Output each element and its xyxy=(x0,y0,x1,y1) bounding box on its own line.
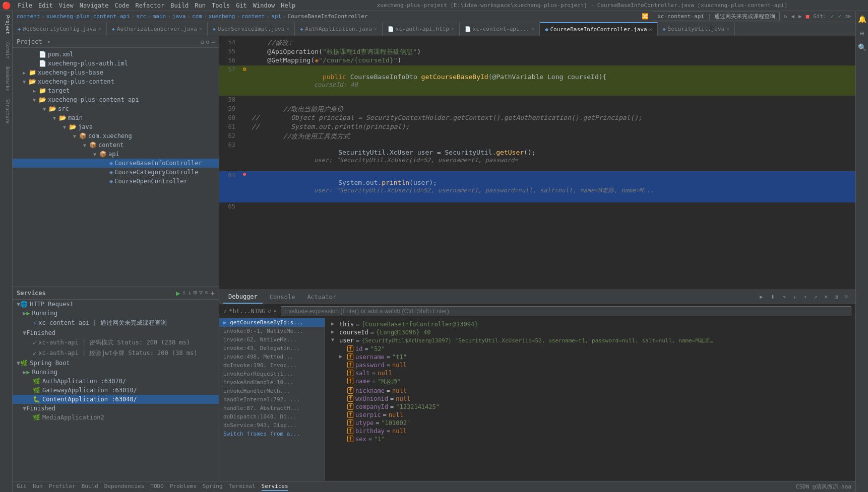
project-collapse-all[interactable]: ⊟ xyxy=(201,39,204,45)
tab-close-xcauth[interactable]: × xyxy=(451,26,454,32)
tab-close-xccontent[interactable]: × xyxy=(531,26,534,32)
tree-coursecategory[interactable]: ◈ CourseCategoryControlle xyxy=(13,168,219,177)
tree-pom[interactable]: 📄 pom.xml xyxy=(13,50,219,59)
service-spring-finished[interactable]: ▼ Finished xyxy=(13,404,219,413)
debug-tool-resume[interactable]: ▶ xyxy=(757,293,766,301)
tab-authserver[interactable]: ◈ AuthorizationServer.java × xyxy=(107,22,208,36)
debug-tool-step-out[interactable]: ↑ xyxy=(800,293,810,301)
tab-userservice[interactable]: ◈ UserServiceImpl.java × xyxy=(208,22,295,36)
status-git[interactable]: Git xyxy=(17,483,27,491)
tab-websecurity[interactable]: ◈ WebSecurityConfig.java × xyxy=(13,22,107,36)
service-xcauth-pwd[interactable]: ✓ xc-auth-api | 密码模式 Status: 200 (238 ms… xyxy=(13,337,219,348)
git-branch-label[interactable]: xc-content-api | 通过网关来完成课程查询 xyxy=(653,12,780,21)
tab-close-authapp[interactable]: × xyxy=(374,26,377,32)
breadcrumb-api[interactable]: xuecheng-plus-content-api xyxy=(46,13,130,20)
debug-tool-pause[interactable]: ⏸ xyxy=(767,293,779,301)
service-auth-app[interactable]: 🌿 AuthApplication :63070/ xyxy=(13,377,219,386)
tree-coursebase-ctrl[interactable]: ◈ CourseBaseInfoController xyxy=(13,159,219,168)
status-build[interactable]: Build xyxy=(82,483,98,491)
filter-expand[interactable]: ▾ xyxy=(273,308,277,315)
var-salt[interactable]: f salt = null xyxy=(329,369,851,377)
service-spring-running[interactable]: ▶ ▶ Running xyxy=(13,368,219,377)
frame-item-5[interactable]: doInvoke:190, Invoc... xyxy=(219,361,325,370)
debug-tool-evaluate[interactable]: ✕ xyxy=(821,293,831,301)
frame-item-0[interactable]: ▶ getCourseBaseById:s... xyxy=(219,318,325,327)
tab-xcauth[interactable]: 📄 xc-auth-api.http × xyxy=(383,22,460,36)
frame-item-4[interactable]: invoke:498, Method... xyxy=(219,353,325,361)
breadcrumb-content[interactable]: content xyxy=(17,13,40,20)
git-stop[interactable]: ■ xyxy=(806,13,810,20)
menu-tools[interactable]: Tools xyxy=(209,2,233,9)
debug-tab-actuator[interactable]: Actuator xyxy=(302,290,341,304)
var-nickname[interactable]: f nickname = null xyxy=(329,387,851,395)
menu-run[interactable]: Run xyxy=(192,2,209,9)
menu-view[interactable]: View xyxy=(56,2,77,9)
right-icon-search[interactable]: 🔍 xyxy=(856,41,869,53)
var-utype[interactable]: f utype = "101002" xyxy=(329,419,851,427)
var-name[interactable]: f name = "M老师" xyxy=(329,377,851,387)
service-media-app[interactable]: 🌿 MediaApplication2 xyxy=(13,413,219,422)
frame-item-6[interactable]: invokeForRequest:1... xyxy=(219,370,325,378)
menu-window[interactable]: Window xyxy=(250,2,278,9)
breadcrumb-java[interactable]: java xyxy=(172,13,186,20)
project-close[interactable]: — xyxy=(211,39,215,45)
menu-navigate[interactable]: Navigate xyxy=(77,2,112,9)
tree-courseopen[interactable]: ◈ CourseOpenController xyxy=(13,177,219,186)
var-username[interactable]: ▶ f username = "t1" xyxy=(329,353,851,361)
vtab-commit[interactable]: Commit xyxy=(0,38,12,63)
git-nav-fwd[interactable]: ▶ xyxy=(798,13,802,20)
vtab-structure[interactable]: Structure xyxy=(0,95,12,128)
service-http-group[interactable]: ▼ 🌐 HTTP Request xyxy=(13,300,219,309)
service-http-finished[interactable]: ▼ Finished xyxy=(13,328,219,337)
service-content-app[interactable]: 🐛 ContentApplication :63040/ xyxy=(13,395,219,404)
breadcrumb-src[interactable]: src xyxy=(136,13,146,20)
tree-target[interactable]: ▶ 📁 target xyxy=(13,86,219,95)
debug-tool-settings[interactable]: ≡ xyxy=(842,293,851,301)
services-grid-icon[interactable]: ⊞ xyxy=(194,289,197,297)
status-deps[interactable]: Dependencies xyxy=(104,483,144,491)
project-settings[interactable]: ⚙ xyxy=(206,39,210,45)
right-icon-notifications[interactable]: 🔔 xyxy=(856,13,869,25)
tab-authapp[interactable]: ◈ AuthApplication.java × xyxy=(295,22,383,36)
menu-edit[interactable]: Edit xyxy=(35,2,56,9)
debug-tool-frames[interactable]: ⊞ xyxy=(832,293,841,301)
menu-git[interactable]: Git xyxy=(233,2,250,9)
menu-file[interactable]: File xyxy=(15,2,35,9)
menu-help[interactable]: Help xyxy=(278,2,298,9)
var-userpic[interactable]: f userpic = null xyxy=(329,411,851,419)
tree-com-xuecheng[interactable]: ▼ 📦 com.xuecheng xyxy=(13,131,219,140)
services-group-icon[interactable]: ≡ xyxy=(205,289,208,297)
tree-iml[interactable]: 📄 xuecheng-plus-auth.iml xyxy=(13,59,219,68)
tab-securityutil[interactable]: ◈ SecurityUtil.java × xyxy=(658,22,735,36)
tab-close-securityutil[interactable]: × xyxy=(726,26,729,32)
tree-content-api[interactable]: ▼ 📂 xuecheng-plus-content-api xyxy=(13,95,219,104)
tree-java[interactable]: ▼ 📂 java xyxy=(13,122,219,131)
status-services-active[interactable]: Services xyxy=(262,483,288,491)
breadcrumb-api2[interactable]: api xyxy=(271,13,281,20)
services-filter-icon[interactable]: ▽ xyxy=(199,289,203,297)
project-dropdown-icon[interactable]: ▾ xyxy=(47,39,51,45)
tab-close-websecurity[interactable]: × xyxy=(98,26,101,32)
frame-switch[interactable]: Switch frames from a... xyxy=(219,430,325,438)
menu-code[interactable]: Code xyxy=(112,2,133,9)
tree-content[interactable]: ▼ 📂 xuecheng-plus-content xyxy=(13,77,219,86)
debug-tool-step-over[interactable]: ↷ xyxy=(780,293,789,301)
var-companyid[interactable]: f companyId = "1232141425" xyxy=(329,403,851,411)
expression-input[interactable] xyxy=(281,306,851,316)
services-down-icon[interactable]: ↓ xyxy=(188,289,192,297)
var-password[interactable]: f password = null xyxy=(329,361,851,369)
services-add-icon[interactable]: + xyxy=(211,289,215,297)
status-run[interactable]: Run xyxy=(33,483,43,491)
status-spring[interactable]: Spring xyxy=(203,483,223,491)
frame-item-12[interactable]: doService:943, Disp... xyxy=(219,421,325,430)
debug-tool-step-into[interactable]: ↓ xyxy=(790,293,799,301)
git-nav-back[interactable]: ◀ xyxy=(791,13,794,20)
breadcrumb-content2[interactable]: content xyxy=(241,13,265,20)
debug-tab-console[interactable]: Console xyxy=(265,290,300,304)
tree-api-pkg[interactable]: ▼ 📦 api xyxy=(13,150,219,159)
breadcrumb-xuecheng[interactable]: xuecheng xyxy=(208,13,235,20)
services-up-icon[interactable]: ↑ xyxy=(182,289,185,297)
frame-item-3[interactable]: invoke:43, Delegatin... xyxy=(219,344,325,353)
var-birthday[interactable]: f birthday = null xyxy=(329,427,851,435)
breadcrumb-com[interactable]: com xyxy=(192,13,202,20)
